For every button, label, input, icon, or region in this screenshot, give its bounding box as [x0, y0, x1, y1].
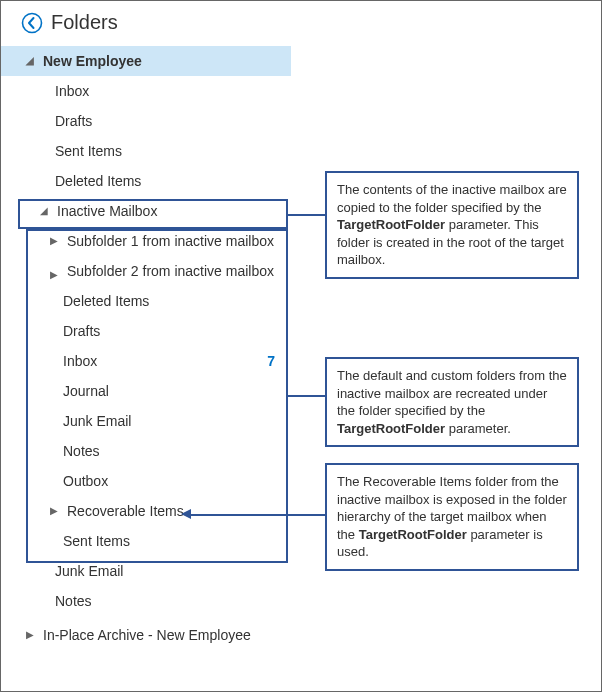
- back-icon[interactable]: [21, 12, 43, 34]
- connector-line: [288, 395, 325, 397]
- tree-item[interactable]: Journal: [1, 376, 291, 406]
- callout-text: The contents of the inactive mailbox are…: [337, 182, 567, 215]
- tree-item[interactable]: Outbox: [1, 466, 291, 496]
- folder-label: Journal: [63, 383, 281, 399]
- tree-item-inbox[interactable]: Inbox: [1, 76, 291, 106]
- callout-bold: TargetRootFolder: [359, 527, 467, 542]
- tree-item-sent[interactable]: Sent Items: [1, 136, 291, 166]
- callout-bold: TargetRootFolder: [337, 421, 445, 436]
- connector-line: [191, 514, 325, 516]
- unread-count: 7: [267, 353, 281, 369]
- folder-label: New Employee: [43, 53, 281, 69]
- tree-item[interactable]: Drafts: [1, 316, 291, 346]
- svg-point-0: [23, 13, 42, 32]
- folder-label: Inactive Mailbox: [57, 203, 281, 219]
- folder-label: Deleted Items: [63, 293, 281, 309]
- tree-item[interactable]: Notes: [1, 436, 291, 466]
- tree-item-inactive-mailbox[interactable]: ◢ Inactive Mailbox: [1, 196, 291, 226]
- folder-label: Sent Items: [63, 533, 281, 549]
- callout-3: The Recoverable Items folder from the in…: [325, 463, 579, 571]
- folder-label: Inbox: [55, 83, 281, 99]
- caret-down-icon: ◢: [37, 206, 51, 216]
- tree-item-notes[interactable]: Notes: [1, 586, 291, 616]
- folder-label: Inbox: [63, 353, 267, 369]
- caret-right-icon: ▶: [47, 506, 61, 516]
- callout-bold: TargetRootFolder: [337, 217, 445, 232]
- folder-label: Subfolder 1 from inactive mailbox: [67, 233, 281, 249]
- tree-item-drafts[interactable]: Drafts: [1, 106, 291, 136]
- tree-root[interactable]: ◢ New Employee: [1, 46, 291, 76]
- callout-2: The default and custom folders from the …: [325, 357, 579, 447]
- callout-text: The default and custom folders from the …: [337, 368, 567, 418]
- caret-right-icon: ▶: [23, 630, 37, 640]
- tree-item-recoverable[interactable]: ▶ Recoverable Items: [1, 496, 291, 526]
- folder-label: Notes: [63, 443, 281, 459]
- callout-1: The contents of the inactive mailbox are…: [325, 171, 579, 279]
- folder-label: Outbox: [63, 473, 281, 489]
- folder-label: Sent Items: [55, 143, 281, 159]
- tree-item-deleted[interactable]: Deleted Items: [1, 166, 291, 196]
- folder-tree: ◢ New Employee Inbox Drafts Sent Items D…: [1, 46, 291, 660]
- caret-down-icon: ◢: [23, 56, 37, 66]
- tree-item[interactable]: Junk Email: [1, 406, 291, 436]
- folder-label: Subfolder 2 from inactive mailbox: [67, 263, 281, 279]
- connector-line: [288, 214, 325, 216]
- tree-item-subfolder2[interactable]: ▶ Subfolder 2 from inactive mailbox: [1, 256, 291, 286]
- folder-label: Junk Email: [55, 563, 281, 579]
- callout-text: parameter.: [445, 421, 511, 436]
- folder-label: Notes: [55, 593, 281, 609]
- tree-item-archive[interactable]: ▶ In-Place Archive - New Employee: [1, 620, 291, 650]
- folder-label: Deleted Items: [55, 173, 281, 189]
- tree-item-subfolder1[interactable]: ▶ Subfolder 1 from inactive mailbox: [1, 226, 291, 256]
- caret-right-icon: ▶: [47, 270, 61, 280]
- tree-item[interactable]: Deleted Items: [1, 286, 291, 316]
- page-title: Folders: [51, 11, 118, 34]
- folder-label: Recoverable Items: [67, 503, 281, 519]
- tree-item-junk[interactable]: Junk Email: [1, 556, 291, 586]
- arrow-left-icon: [181, 509, 191, 519]
- folder-label: In-Place Archive - New Employee: [43, 627, 281, 643]
- folder-label: Junk Email: [63, 413, 281, 429]
- tree-item-inactive-inbox[interactable]: Inbox 7: [1, 346, 291, 376]
- folder-label: Drafts: [55, 113, 281, 129]
- tree-item[interactable]: Sent Items: [1, 526, 291, 556]
- caret-right-icon: ▶: [47, 236, 61, 246]
- folder-label: Drafts: [63, 323, 281, 339]
- page-header: Folders: [1, 1, 601, 46]
- app-frame: Folders ◢ New Employee Inbox Drafts Sent…: [0, 0, 602, 692]
